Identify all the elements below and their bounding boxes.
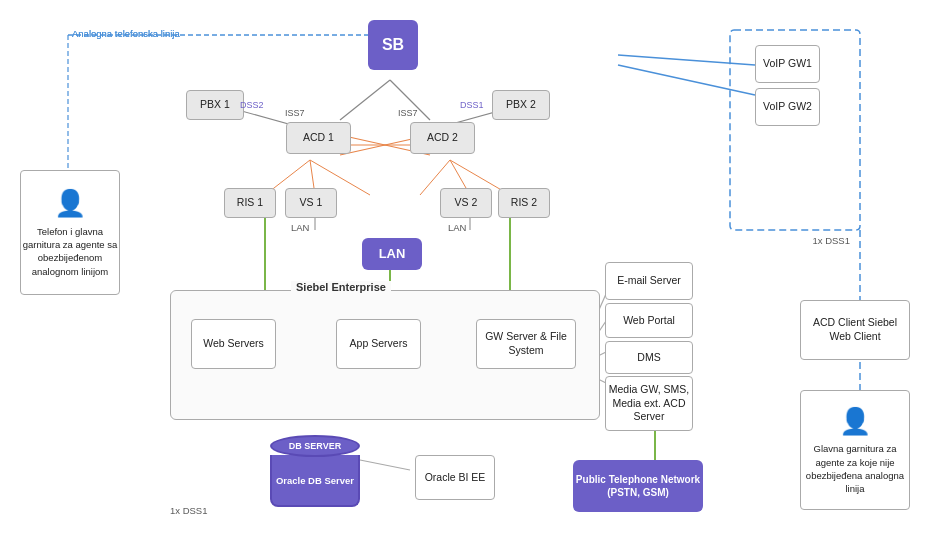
vs1-box: VS 1 (285, 188, 337, 218)
app-servers-box: App Servers (336, 319, 421, 369)
agent2-box: 👤 Glavna garnitura za agente za koje nij… (800, 390, 910, 510)
analog-line-text: Analogna telefonska linija (72, 28, 180, 39)
diagram-container: Analogna telefonska linija 👤 Telefon i g… (0, 0, 950, 550)
dss1-right-label: 1x DSS1 (813, 235, 851, 246)
ris2-box: RIS 2 (498, 188, 550, 218)
agent2-label: Glavna garnitura za agente za koje nije … (801, 442, 909, 495)
vs2-box: VS 2 (440, 188, 492, 218)
voip-gw1-box: VoIP GW1 (755, 45, 820, 83)
siebel-container: Siebel Enterprise Web Servers App Server… (170, 290, 600, 420)
media-gw-box: Media GW, SMS, Media ext. ACD Server (605, 376, 693, 431)
db-server-container: DB SERVER Oracle DB Server (270, 435, 360, 510)
voip-gw2-box: VoIP GW2 (755, 88, 820, 126)
lan-label1: LAN (291, 222, 309, 233)
siebel-title: Siebel Enterprise (291, 281, 391, 293)
pbx1-box: PBX 1 (186, 90, 244, 120)
pbx2-box: PBX 2 (492, 90, 550, 120)
svg-line-28 (360, 460, 410, 470)
email-server-box: E-mail Server (605, 262, 693, 300)
svg-line-3 (618, 65, 755, 95)
dss2-label: DSS2 (240, 100, 264, 110)
acd1-box: ACD 1 (286, 122, 351, 154)
acd-client-box: ACD Client Siebel Web Client (800, 300, 910, 360)
web-servers-box: Web Servers (191, 319, 276, 369)
ris1-box: RIS 1 (224, 188, 276, 218)
sb-box: SB (368, 20, 418, 70)
iss7-label2: ISS7 (398, 108, 418, 118)
dss1-bottom-label: 1x DSS1 (170, 505, 208, 516)
lan-label2: LAN (448, 222, 466, 233)
agent1-label: Telefon i glavna garnitura za agente sa … (21, 225, 119, 278)
dss1-label: DSS1 (460, 100, 484, 110)
dms-box: DMS (605, 341, 693, 374)
agent1-box: 👤 Telefon i glavna garnitura za agente s… (20, 170, 120, 295)
web-portal-box: Web Portal (605, 303, 693, 338)
acd2-box: ACD 2 (410, 122, 475, 154)
svg-line-2 (618, 55, 755, 65)
oracle-bi-box: Oracle BI EE (415, 455, 495, 500)
lan-center-box: LAN (362, 238, 422, 270)
iss7-label1: ISS7 (285, 108, 305, 118)
pstn-box: Public Telephone Network (PSTN, GSM) (573, 460, 703, 512)
db-server-label-top: DB SERVER (270, 435, 360, 457)
gw-server-box: GW Server & File System (476, 319, 576, 369)
svg-line-5 (340, 80, 390, 120)
db-server-body: Oracle DB Server (270, 455, 360, 507)
